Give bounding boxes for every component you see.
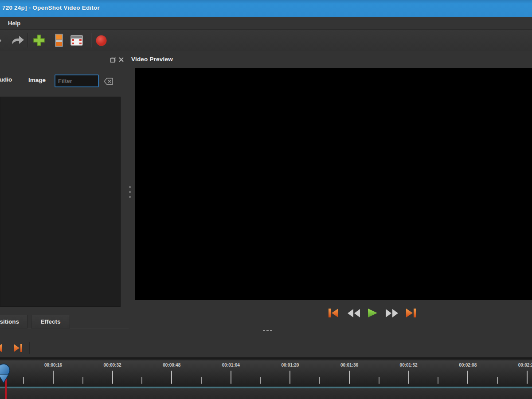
ruler-tick-major xyxy=(289,371,290,384)
ruler-timestamp: 00:02:08 xyxy=(459,363,477,368)
fullscreen-button[interactable] xyxy=(69,32,85,48)
ruler-timestamp: 00:00:16 xyxy=(44,363,62,368)
tab-bar-divider xyxy=(0,329,129,329)
previous-marker-button[interactable] xyxy=(0,342,4,356)
rewind-button[interactable] xyxy=(347,309,361,320)
menu-help[interactable]: Help xyxy=(5,19,23,27)
float-dock-icon[interactable] xyxy=(110,56,116,62)
ruler-tick-minor xyxy=(23,377,24,384)
horizontal-splitter-handle[interactable] xyxy=(263,330,265,331)
tab-effects-label: Effects xyxy=(40,318,60,325)
backspace-icon xyxy=(104,78,113,85)
play-icon xyxy=(367,308,378,318)
next-marker-button[interactable] xyxy=(12,342,23,356)
ruler-tick-minor xyxy=(497,377,498,384)
video-preview-screen[interactable] xyxy=(135,68,532,300)
title-bar[interactable]: 720 24p] - OpenShot Video Editor xyxy=(0,0,532,17)
filter-button-audio[interactable]: Audio xyxy=(0,75,20,87)
fast-forward-button[interactable] xyxy=(385,309,399,320)
fast-forward-icon xyxy=(385,309,399,318)
ruler-timestamp: 00:00:32 xyxy=(104,363,121,368)
jump-to-start-icon xyxy=(328,308,339,318)
red-record-circle-icon xyxy=(95,35,107,47)
toolbar-separator xyxy=(91,33,91,47)
filter-input[interactable] xyxy=(55,74,99,87)
vertical-splitter-handle[interactable] xyxy=(129,196,131,198)
tab-transitions-label: Transitions xyxy=(0,318,19,325)
video-preview-title: Video Preview xyxy=(131,56,173,63)
redo-arrow-icon xyxy=(11,35,25,46)
ruler-tick-major xyxy=(112,371,113,384)
ruler-tick-minor xyxy=(141,377,142,384)
clear-filter-button[interactable] xyxy=(104,78,113,87)
toolbar-separator xyxy=(27,33,28,47)
ruler-timestamp: 00:00:48 xyxy=(163,363,180,368)
playhead-marker-icon xyxy=(0,363,14,385)
fullscreen-window-icon xyxy=(70,35,83,46)
next-marker-icon xyxy=(12,342,23,354)
ruler-timestamp: 00:01:36 xyxy=(340,363,358,368)
ruler-tick-minor xyxy=(260,377,261,384)
ruler-timestamp: 00:01:20 xyxy=(281,363,299,368)
ruler-tick-major xyxy=(231,371,231,384)
playhead-marker[interactable] xyxy=(0,363,14,387)
vertical-splitter-handle[interactable] xyxy=(129,186,131,188)
timeline-ruler[interactable]: 00:00:1600:00:3200:00:4800:01:0400:01:20… xyxy=(0,357,532,387)
horizontal-splitter-handle[interactable] xyxy=(266,330,269,331)
ruler-tick-minor xyxy=(379,377,379,384)
tab-transitions[interactable]: Transitions xyxy=(0,315,27,329)
jump-to-end-icon xyxy=(405,308,417,318)
ruler-timestamp: 00:01:04 xyxy=(222,363,240,368)
openshot-window: 720 24p] - OpenShot Video Editor Help xyxy=(0,0,532,399)
export-video-button[interactable] xyxy=(93,32,109,48)
ruler-tick-minor xyxy=(201,377,202,384)
green-plus-icon xyxy=(33,34,45,47)
main-toolbar xyxy=(0,30,532,51)
ruler-tick-major xyxy=(171,371,172,384)
tab-effects[interactable]: Effects xyxy=(31,315,70,329)
redo-button[interactable] xyxy=(10,32,26,48)
ruler-tick-major xyxy=(53,371,54,384)
ruler-timestamp: 00:02:24 xyxy=(518,363,532,368)
timeline-toolbar-separator xyxy=(29,342,30,354)
ruler-timestamp: 00:01:52 xyxy=(400,363,418,368)
vertical-splitter-handle[interactable] xyxy=(129,191,131,193)
undo-button[interactable] xyxy=(0,32,4,48)
ruler-tick-minor xyxy=(438,377,438,384)
ruler-tick-major xyxy=(408,371,409,384)
play-button[interactable] xyxy=(367,308,378,320)
menu-bar: Help xyxy=(0,17,532,30)
jump-to-start-button[interactable] xyxy=(328,308,339,320)
ruler-tick-minor xyxy=(82,377,83,384)
previous-marker-icon xyxy=(0,342,4,354)
timeline-toolbar xyxy=(0,338,532,357)
undo-arrow-icon xyxy=(0,35,3,46)
timeline-track-area[interactable] xyxy=(0,388,532,399)
ruler-tick-major xyxy=(349,371,350,384)
ruler-tick-major xyxy=(527,371,528,384)
project-files-list[interactable] xyxy=(0,97,121,307)
close-dock-icon[interactable] xyxy=(118,56,124,62)
choose-profile-button[interactable] xyxy=(51,32,67,48)
rewind-icon xyxy=(347,309,361,318)
jump-to-end-button[interactable] xyxy=(405,308,417,320)
filter-button-image[interactable]: Image xyxy=(28,77,46,83)
ruler-tick-major xyxy=(467,371,468,384)
profile-stack-icon xyxy=(54,33,64,47)
ruler-tick-minor xyxy=(319,377,320,384)
import-files-button[interactable] xyxy=(31,32,47,48)
filter-button-audio-label: Audio xyxy=(0,76,12,83)
horizontal-splitter-handle[interactable] xyxy=(270,330,272,331)
window-title: 720 24p] - OpenShot Video Editor xyxy=(2,4,100,11)
